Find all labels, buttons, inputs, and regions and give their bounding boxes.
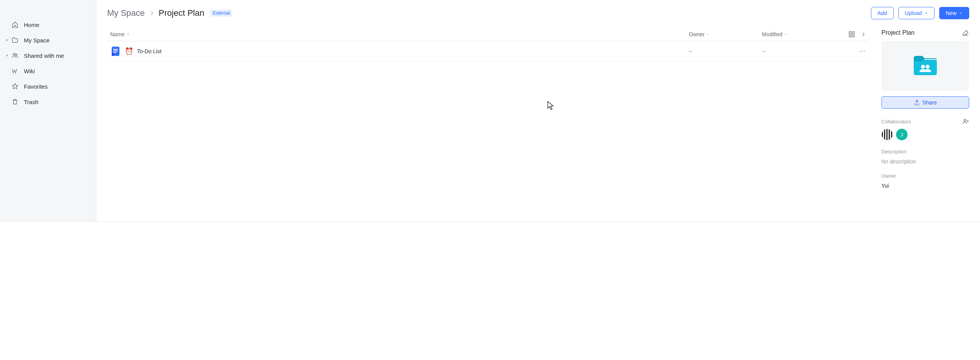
sidebar-label: Favorites: [24, 83, 48, 90]
col-modified-label: Modified: [762, 31, 782, 37]
document-icon: [110, 46, 121, 57]
row-name-text: To-Do List: [137, 48, 161, 54]
avatar[interactable]: J: [896, 129, 908, 140]
chevron-right-icon: [149, 10, 155, 16]
sidebar-label: Home: [24, 22, 39, 28]
svg-point-15: [964, 119, 966, 121]
add-label: Add: [878, 10, 887, 16]
chevron-down-icon: [706, 32, 710, 36]
star-icon: [11, 83, 19, 90]
col-name-label: Name: [110, 31, 124, 37]
collaborators-label: Collaborators: [881, 118, 969, 125]
new-button[interactable]: New: [939, 7, 969, 19]
detail-panel: Project Plan Share: [880, 28, 969, 189]
description-value: No description: [881, 158, 969, 165]
chevron-down-icon: [924, 11, 928, 15]
new-label: New: [946, 10, 957, 16]
folder-preview: [881, 41, 969, 91]
wiki-icon: [11, 67, 19, 74]
svg-point-13: [921, 65, 925, 69]
column-header-owner[interactable]: Owner: [689, 31, 762, 37]
caret-icon[interactable]: [5, 54, 9, 57]
trash-icon: [11, 98, 19, 105]
sidebar-item-my-space[interactable]: My Space: [0, 32, 96, 48]
file-list: Name ↑ Owner Modified: [107, 28, 869, 189]
collapse-panel-icon[interactable]: [861, 32, 866, 37]
svg-rect-4: [849, 35, 851, 37]
column-header-name[interactable]: Name ↑: [110, 31, 689, 37]
avatar[interactable]: [881, 129, 893, 140]
svg-rect-8: [113, 50, 118, 51]
add-collaborator-icon[interactable]: [962, 118, 969, 125]
caret-icon[interactable]: [5, 39, 9, 42]
col-owner-label: Owner: [689, 31, 705, 37]
sidebar-item-trash[interactable]: Trash: [0, 94, 96, 109]
sort-ascending-icon: ↑: [127, 32, 129, 37]
table-row[interactable]: ⏰ To-Do List -- --: [107, 41, 869, 61]
svg-point-12: [864, 50, 865, 51]
footer-blank: [0, 221, 980, 360]
description-label: Description: [881, 149, 969, 155]
column-header-modified[interactable]: Modified: [762, 31, 839, 37]
breadcrumb-root[interactable]: My Space: [107, 8, 145, 18]
add-button[interactable]: Add: [871, 7, 894, 19]
home-icon: [11, 21, 19, 28]
owner-value: Yui: [881, 183, 969, 189]
collaborator-avatars: J: [881, 129, 969, 140]
upload-button[interactable]: Upload: [898, 7, 935, 19]
row-more-icon[interactable]: [839, 48, 866, 55]
sidebar-label: My Space: [24, 37, 50, 44]
row-owner: --: [689, 48, 762, 54]
chevron-down-icon: [784, 32, 788, 36]
sidebar-item-wiki[interactable]: Wiki: [0, 63, 96, 79]
svg-point-10: [860, 50, 861, 51]
list-header: Name ↑ Owner Modified: [107, 28, 869, 41]
sidebar-label: Shared with me: [24, 52, 64, 59]
alarm-clock-icon: ⏰: [125, 47, 133, 56]
people-icon: [11, 52, 19, 59]
sidebar-label: Wiki: [24, 68, 35, 74]
action-buttons: Add Upload New: [871, 7, 969, 19]
svg-rect-9: [113, 52, 116, 53]
folder-icon: [11, 37, 19, 44]
external-badge: External: [210, 10, 232, 17]
svg-rect-2: [849, 32, 851, 34]
svg-rect-7: [113, 49, 118, 50]
breadcrumb-current: Project Plan: [159, 8, 205, 18]
shared-folder-icon: [913, 56, 938, 76]
upload-label: Upload: [905, 10, 922, 16]
svg-point-14: [926, 65, 930, 69]
share-button[interactable]: Share: [881, 96, 969, 109]
edit-icon[interactable]: [962, 29, 969, 36]
share-icon: [914, 99, 920, 106]
svg-point-1: [16, 54, 17, 56]
share-label: Share: [922, 99, 936, 106]
row-modified: --: [762, 48, 839, 54]
svg-point-0: [13, 53, 15, 55]
svg-rect-5: [852, 35, 854, 37]
svg-point-11: [862, 50, 863, 51]
owner-label: Owner: [881, 173, 969, 179]
svg-rect-3: [852, 32, 854, 34]
sidebar-item-shared[interactable]: Shared with me: [0, 48, 96, 63]
detail-title: Project Plan: [881, 29, 915, 36]
sidebar-label: Trash: [24, 99, 39, 105]
breadcrumb: My Space Project Plan External: [107, 8, 232, 18]
grid-view-icon[interactable]: [848, 31, 855, 38]
chevron-down-icon: [959, 11, 963, 15]
sidebar-item-home[interactable]: Home: [0, 17, 96, 32]
top-bar: My Space Project Plan External Add Uploa…: [107, 7, 969, 19]
sidebar-item-favorites[interactable]: Favorites: [0, 79, 96, 94]
